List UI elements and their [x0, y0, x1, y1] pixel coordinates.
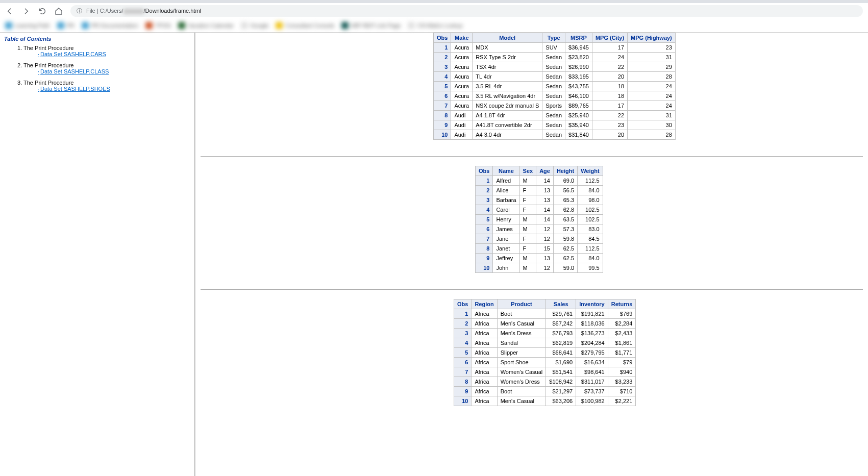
- bookmark-item[interactable]: PR Documentation: [82, 22, 138, 29]
- table-row: 1AfricaBoot$29,761$191,821$769: [454, 309, 636, 319]
- table-cell: $63,206: [546, 396, 576, 406]
- table-cell: $191,821: [576, 309, 608, 319]
- bookmark-item[interactable]: Learning Path: [5, 22, 50, 29]
- table-cell: Sandal: [497, 338, 546, 348]
- table-cell: 24: [628, 82, 676, 91]
- table-cell: Africa: [472, 358, 497, 367]
- table-cell: 59.0: [553, 263, 577, 273]
- table-row: 8AudiA4 1.8T 4drSedan$25,9402231: [434, 111, 676, 120]
- table-cell: Africa: [472, 348, 497, 358]
- table-block-cars: ObsMakeModelTypeMSRPMPG (City)MPG (Highw…: [201, 33, 863, 157]
- bookmark-item[interactable]: MIP REP Link Page: [341, 22, 401, 29]
- bookmark-icon: [57, 22, 64, 29]
- table-row: 1AlfredM1469.0112.5: [476, 176, 603, 186]
- table-cell: $710: [608, 387, 636, 396]
- column-header: Returns: [608, 299, 636, 309]
- table-cell: Sedan: [542, 53, 565, 62]
- toc-link[interactable]: Data Set SASHELP.CLASS: [17, 68, 190, 74]
- table-cell: 28: [628, 72, 676, 82]
- table-row: 2AfricaMen's Casual$67,242$118,036$2,284: [454, 319, 636, 329]
- table-cell: 3.5 RL 4dr: [473, 82, 542, 91]
- table-cell: 8: [434, 111, 451, 120]
- table-cell: $1,861: [608, 338, 636, 348]
- table-cell: Sedan: [542, 72, 565, 82]
- bookmark-icon: [276, 22, 283, 29]
- table-block-class: ObsNameSexAgeHeightWeight1AlfredM1469.01…: [201, 166, 863, 290]
- table-cell: 20: [592, 72, 627, 82]
- table-cell: $2,433: [608, 329, 636, 338]
- bookmark-label: TPOG: [155, 22, 171, 29]
- column-header: Inventory: [576, 299, 608, 309]
- home-button[interactable]: [54, 7, 63, 16]
- table-cell: 3: [476, 195, 493, 205]
- table-row: 8AfricaWomen's Dress$108,942$311,017$3,2…: [454, 377, 636, 387]
- table-cell: $79: [608, 358, 636, 367]
- bookmark-item[interactable]: TPOG: [145, 22, 171, 29]
- content-pane[interactable]: ObsMakeModelTypeMSRPMPG (City)MPG (Highw…: [195, 33, 868, 476]
- table-cell: 84.0: [578, 254, 603, 263]
- table-cell: $16,634: [576, 358, 608, 367]
- table-cell: $204,284: [576, 338, 608, 348]
- table-row: 2AcuraRSX Type S 2drSedan$23,8202431: [434, 53, 676, 62]
- back-button[interactable]: [5, 7, 14, 16]
- bookmark-label: Consultant Console: [285, 22, 334, 29]
- reload-button[interactable]: [38, 7, 47, 16]
- table-cell: F: [519, 205, 536, 215]
- address-bar[interactable]: ⓘ File | C:/Users//Downloads/frame.html: [70, 5, 863, 17]
- table-cell: Audi: [451, 130, 473, 140]
- table-class: ObsNameSexAgeHeightWeight1AlfredM1469.01…: [475, 166, 603, 273]
- table-cell: 84.5: [578, 234, 603, 244]
- table-cell: $51,541: [546, 367, 576, 377]
- table-row: 9AudiA41.8T convertible 2drSedan$35,9402…: [434, 120, 676, 130]
- table-cell: $89,765: [565, 101, 592, 111]
- table-cell: $98,641: [576, 367, 608, 377]
- bookmark-item[interactable]: Consultant Console: [276, 22, 334, 29]
- forward-button[interactable]: [21, 7, 31, 16]
- bookmark-item[interactable]: Vacation Calendar: [178, 22, 234, 29]
- bookmark-item[interactable]: CN Matrix Lookup: [408, 22, 462, 29]
- table-row: 3AfricaMen's Dress$76,793$136,273$2,433: [454, 329, 636, 338]
- table-cell: 14: [536, 176, 554, 186]
- address-text: File | C:/Users//Downloads/frame.html: [86, 8, 201, 14]
- table-cell: F: [519, 195, 536, 205]
- column-header: Age: [536, 166, 554, 176]
- table-cell: Henry: [493, 215, 519, 224]
- toc-link[interactable]: Data Set SASHELP.CARS: [17, 51, 190, 57]
- table-cell: 102.5: [578, 205, 603, 215]
- table-cell: 30: [628, 120, 676, 130]
- table-cell: 4: [476, 205, 493, 215]
- toc-title: Table of Contents: [4, 36, 190, 42]
- table-cell: 8: [454, 377, 472, 387]
- table-row: 9JeffreyM1362.584.0: [476, 254, 603, 263]
- table-cell: 22: [592, 111, 627, 120]
- table-cell: Acura: [451, 101, 473, 111]
- bookmark-icon: [341, 22, 349, 29]
- toc-link[interactable]: Data Set SASHELP.SHOES: [17, 86, 190, 92]
- table-cell: 83.0: [578, 224, 603, 234]
- table-cell: 99.5: [578, 263, 603, 273]
- table-cell: $46,100: [565, 91, 592, 101]
- table-cell: 17: [592, 101, 627, 111]
- table-cell: Sedan: [542, 111, 565, 120]
- table-cell: $1,771: [608, 348, 636, 358]
- table-cell: Sedan: [542, 120, 565, 130]
- table-row: 7AfricaWomen's Casual$51,541$98,641$940: [454, 367, 636, 377]
- table-cell: Sedan: [542, 91, 565, 101]
- table-cell: 6: [454, 358, 472, 367]
- table-cell: 7: [476, 234, 493, 244]
- table-cell: Acura: [451, 91, 473, 101]
- column-header: Height: [553, 166, 577, 176]
- table-cell: Acura: [451, 43, 473, 53]
- table-cell: 1: [434, 43, 451, 53]
- bookmark-label: PR: [67, 22, 75, 29]
- column-header: Region: [472, 299, 497, 309]
- table-cell: $31,840: [565, 130, 592, 140]
- bookmark-item[interactable]: PR: [57, 22, 75, 29]
- table-cell: Jane: [493, 234, 519, 244]
- table-cell: 98.0: [578, 195, 603, 205]
- toc-list: 1. The Print ProcedureData Set SASHELP.C…: [4, 45, 190, 92]
- toc-item: 2. The Print ProcedureData Set SASHELP.C…: [17, 62, 190, 74]
- bookmark-item[interactable]: Google: [241, 22, 268, 29]
- table-cell: 56.5: [553, 186, 577, 195]
- table-cell: $940: [608, 367, 636, 377]
